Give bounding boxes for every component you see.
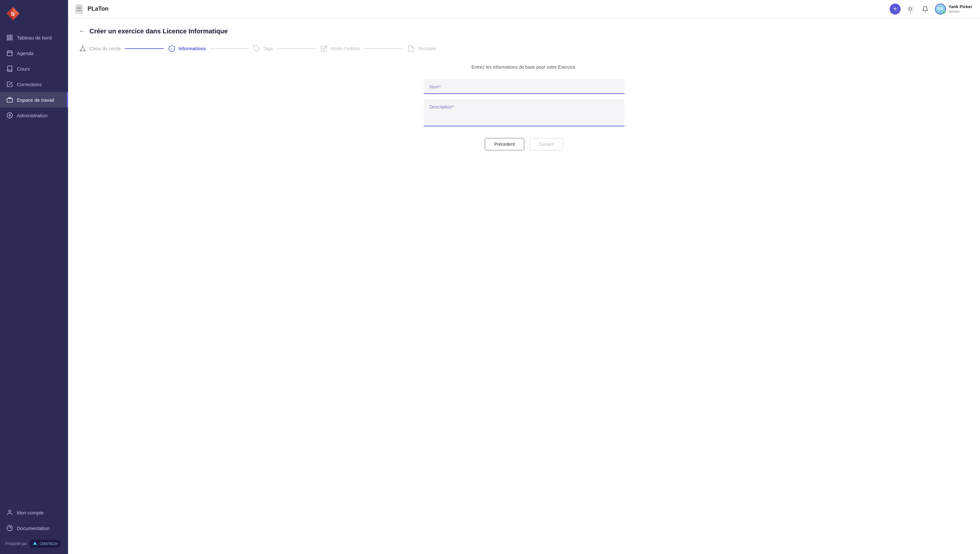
svg-point-21 xyxy=(35,541,36,542)
user-circle-icon xyxy=(6,509,13,516)
cisstech-icon xyxy=(32,541,38,546)
nom-input[interactable] xyxy=(424,79,625,94)
user-profile[interactable]: YP Yank Picker ypicker xyxy=(935,3,972,14)
sidebar-navigation: Tableau de bord Agenda Cours xyxy=(0,27,68,501)
form: Entrez les informations de base pour vot… xyxy=(424,64,625,126)
page-title: Créer un exercice dans Licence Informati… xyxy=(89,27,228,35)
sidebar-item-label: Agenda xyxy=(17,51,34,56)
sidebar: b Tableau de bord Agenda xyxy=(0,0,68,554)
step-choix-du-cercle: Choix du cercle xyxy=(78,45,121,53)
sidebar-item-mon-compte[interactable]: Mon compte xyxy=(0,505,68,520)
sidebar-item-tableau-de-bord[interactable]: Tableau de bord xyxy=(0,30,68,45)
svg-rect-14 xyxy=(7,99,13,102)
svg-point-23 xyxy=(33,544,34,545)
svg-point-20 xyxy=(34,542,36,545)
svg-line-36 xyxy=(81,47,83,50)
online-indicator xyxy=(942,11,945,14)
step-label: Tags xyxy=(263,46,273,51)
notifications-button[interactable] xyxy=(920,4,931,14)
form-actions: Précedent Suivant xyxy=(78,138,970,150)
svg-line-32 xyxy=(912,7,912,7)
active-indicator xyxy=(67,92,68,108)
page-content: ← Créer un exercice dans Licence Informa… xyxy=(68,18,980,554)
svg-point-33 xyxy=(82,46,83,47)
svg-point-16 xyxy=(9,115,11,116)
step-connector-1 xyxy=(125,48,164,49)
page-header: ← Créer un exercice dans Licence Informa… xyxy=(78,27,970,35)
sidebar-item-documentation[interactable]: Documentation xyxy=(0,520,68,536)
sidebar-item-administration[interactable]: Administration xyxy=(0,108,68,123)
svg-point-17 xyxy=(9,510,11,513)
step-connector-2 xyxy=(210,48,249,49)
powered-by-label: Propulsé par xyxy=(5,541,27,546)
back-button[interactable]: ← xyxy=(78,27,86,35)
svg-point-24 xyxy=(909,8,911,10)
header-actions: + YP Yank Picker ypicker xyxy=(889,3,972,14)
app-header: ☰ PLaTon + YP Yank Picker xyxy=(68,0,980,18)
sidebar-item-label: Mon compte xyxy=(17,510,44,516)
sidebar-bottom: Mon compte Documentation Propulsé par xyxy=(0,501,68,554)
step-mode-edition: Mode d'édition xyxy=(320,45,360,53)
settings-icon-button[interactable] xyxy=(905,4,916,14)
avatar: YP xyxy=(935,3,946,14)
user-info: Yank Picker ypicker xyxy=(948,4,972,14)
stepper: Choix du cercle Informations xyxy=(78,45,970,53)
sun-icon xyxy=(907,6,913,12)
description-input[interactable] xyxy=(424,99,625,126)
sidebar-item-corrections[interactable]: Corrections xyxy=(0,76,68,92)
sidebar-logo: b xyxy=(0,0,68,27)
app-title: PLaTon xyxy=(88,5,886,12)
user-handle: ypicker xyxy=(948,10,972,14)
cisstech-logo: CISSTECH xyxy=(30,540,60,548)
tag-icon xyxy=(252,45,261,53)
svg-rect-7 xyxy=(10,35,12,37)
briefcase-icon xyxy=(6,97,13,103)
check-square-icon xyxy=(6,81,13,88)
file-icon xyxy=(407,45,415,53)
info-icon xyxy=(167,45,176,53)
sidebar-item-cours[interactable]: Cours xyxy=(0,61,68,76)
svg-line-31 xyxy=(908,11,909,11)
step-connector-3 xyxy=(277,48,316,49)
svg-rect-10 xyxy=(8,51,12,56)
add-button[interactable]: + xyxy=(889,3,900,14)
sidebar-footer: Propulsé par CISSTECH xyxy=(0,536,68,551)
step-label: Template xyxy=(418,46,436,51)
edit-icon xyxy=(320,45,328,53)
step-template: Template xyxy=(407,45,436,53)
svg-point-15 xyxy=(7,113,13,118)
next-button[interactable]: Suivant xyxy=(529,138,564,150)
svg-rect-8 xyxy=(8,38,10,40)
main-area: ☰ PLaTon + YP Yank Picker xyxy=(68,0,980,554)
step-label: Choix du cercle xyxy=(89,46,121,51)
user-name: Yank Picker xyxy=(948,4,972,10)
nom-field-group xyxy=(424,79,625,94)
svg-point-22 xyxy=(36,544,37,545)
menu-icon[interactable]: ☰ xyxy=(76,5,82,13)
step-tags: Tags xyxy=(252,45,273,53)
svg-line-28 xyxy=(912,11,912,11)
sidebar-item-agenda[interactable]: Agenda xyxy=(0,45,68,61)
step-connector-4 xyxy=(364,48,403,49)
sidebar-item-label: Corrections xyxy=(17,82,42,87)
svg-text:b: b xyxy=(11,11,14,17)
sidebar-item-label: Espace de travail xyxy=(17,97,54,103)
previous-button[interactable]: Précedent xyxy=(485,138,524,150)
sidebar-item-label: Tableau de bord xyxy=(17,35,52,40)
settings-circle-icon xyxy=(6,112,13,119)
svg-rect-9 xyxy=(10,38,12,40)
svg-rect-6 xyxy=(8,35,10,37)
network-icon xyxy=(78,45,87,53)
book-icon xyxy=(6,65,13,72)
grid-icon xyxy=(6,34,13,41)
bell-icon xyxy=(922,6,929,12)
sidebar-item-espace-de-travail[interactable]: Espace de travail xyxy=(0,92,68,108)
svg-line-37 xyxy=(83,47,84,50)
sidebar-item-label: Cours xyxy=(17,66,30,72)
platon-logo-icon: b xyxy=(5,6,21,21)
svg-line-27 xyxy=(908,7,909,7)
help-circle-icon xyxy=(6,525,13,531)
description-field-group xyxy=(424,99,625,126)
step-label: Mode d'édition xyxy=(331,46,360,51)
calendar-icon xyxy=(6,50,13,56)
